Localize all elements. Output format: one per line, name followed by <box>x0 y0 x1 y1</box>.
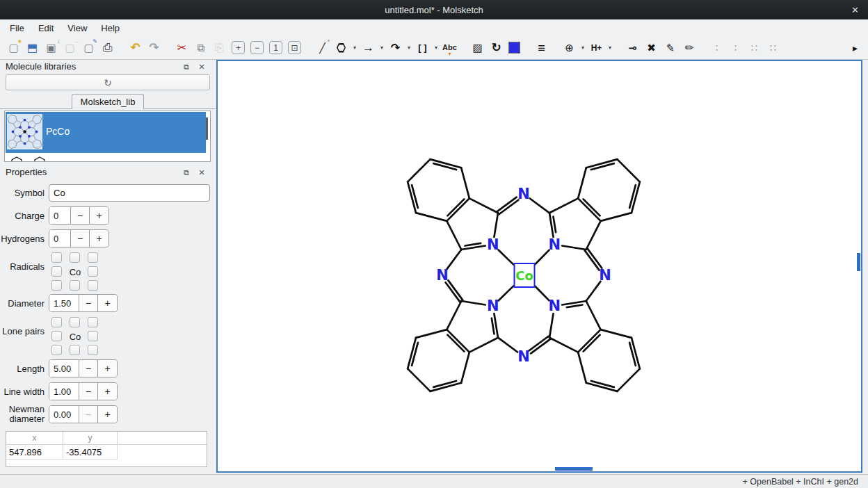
properties-close-icon[interactable]: ✕ <box>196 168 207 178</box>
library-close-icon[interactable]: ✕ <box>196 62 207 72</box>
line-width-minus-button[interactable]: − <box>79 383 97 400</box>
line-width-value[interactable] <box>49 383 79 400</box>
diameter-minus-button[interactable]: − <box>79 295 97 311</box>
radical-checkbox[interactable] <box>70 252 80 263</box>
lone-pair-checkbox[interactable] <box>51 317 62 327</box>
bracket-tool[interactable]: [ ] <box>414 39 431 56</box>
zoom-in-button[interactable]: + <box>232 41 245 54</box>
diameter-plus-button[interactable]: + <box>97 295 117 311</box>
charge-plus-button[interactable]: + <box>89 207 108 224</box>
new-file-button[interactable]: ▢ ★ <box>5 39 22 56</box>
cut-button[interactable]: ✂ <box>173 39 191 56</box>
properties-float-icon[interactable]: ⧉ <box>181 168 192 178</box>
lone-pair-checkbox[interactable] <box>51 331 62 341</box>
line-width-button[interactable]: ≡ <box>533 39 550 56</box>
charge-dropdown[interactable]: ▾ <box>579 39 587 56</box>
newman-diameter-minus-button[interactable]: − <box>79 406 97 423</box>
lone-pair-checkbox[interactable] <box>51 345 62 355</box>
rotate-tool[interactable]: ↻ <box>488 39 505 56</box>
lone-pair-checkbox[interactable] <box>88 331 98 341</box>
charge-value[interactable] <box>49 207 70 224</box>
save-button[interactable]: ▣ ↓ <box>42 39 60 56</box>
menu-edit[interactable]: Edit <box>31 21 61 35</box>
library-scrollbar-thumb[interactable] <box>206 117 208 140</box>
draw-tool[interactable]: ╱ ° <box>314 39 331 56</box>
menu-view[interactable]: View <box>61 21 94 35</box>
toolbar-overflow-button[interactable]: ▸ <box>846 39 864 56</box>
symbol-field[interactable] <box>49 184 210 202</box>
diameter-value[interactable] <box>49 295 79 311</box>
group-tool-1[interactable]: ∶ <box>708 39 725 56</box>
tool-icon: ▣ <box>46 42 56 53</box>
delete-tool[interactable]: ✖ <box>643 39 660 56</box>
radical-checkbox[interactable] <box>51 252 62 263</box>
radical-checkbox[interactable] <box>88 280 98 291</box>
length-plus-button[interactable]: + <box>97 360 117 377</box>
properties-panel-title: Properties <box>6 167 47 177</box>
lone-pair-checkbox[interactable] <box>88 317 98 327</box>
radical-checkbox[interactable] <box>88 266 98 277</box>
copy-button[interactable]: ⧉ <box>192 39 209 56</box>
length-value[interactable] <box>49 360 79 377</box>
library-refresh-button[interactable]: ↻ <box>6 74 210 90</box>
newman-diameter-value[interactable] <box>49 406 79 423</box>
tab-molsketch-lib[interactable]: Molsketch_lib <box>72 94 144 109</box>
hydrogens-value[interactable] <box>49 230 70 247</box>
mechanism-tool-2[interactable]: ✐ <box>677 35 701 60</box>
zoom-out-button[interactable]: − <box>250 41 264 54</box>
curved-arrow-dropdown[interactable]: ▾ <box>405 39 413 56</box>
curved-arrow-tool[interactable]: ↷ <box>387 39 404 56</box>
library-item-pcco[interactable]: PcCo <box>6 112 206 153</box>
import-button[interactable]: ▢ → <box>61 39 79 56</box>
redo-button[interactable]: ↷ <box>145 39 163 56</box>
library-float-icon[interactable]: ⧉ <box>181 62 192 72</box>
ring-tool-dropdown[interactable]: ▾ <box>351 39 359 56</box>
newman-diameter-plus-button[interactable]: + <box>97 406 117 423</box>
radical-checkbox[interactable] <box>51 280 62 291</box>
coordinate-x-cell[interactable]: 547.896 <box>6 445 63 459</box>
hydrogens-minus-button[interactable]: − <box>70 230 89 247</box>
radical-checkbox[interactable] <box>88 252 98 263</box>
paste-button[interactable]: ⎘ <box>211 39 228 56</box>
lone-pair-checkbox[interactable] <box>88 345 98 355</box>
reaction-arrow-tool[interactable]: → <box>360 39 377 56</box>
ring-tool[interactable] <box>332 39 350 56</box>
hydrogens-plus-button[interactable]: + <box>89 230 108 247</box>
radical-checkbox[interactable] <box>51 266 62 277</box>
hydrogen-dropdown[interactable]: ▾ <box>606 39 614 56</box>
print-button[interactable]: ⎙ <box>99 39 116 56</box>
color-swatch-button[interactable] <box>508 42 520 54</box>
group-tool-3[interactable]: ∷ <box>746 39 763 56</box>
library-item-next-partial[interactable] <box>6 153 206 162</box>
zoom-original-button[interactable]: 1 <box>269 41 282 54</box>
length-minus-button[interactable]: − <box>79 360 97 377</box>
hatch-tool[interactable]: ▨ <box>469 39 486 56</box>
menu-help[interactable]: Help <box>94 21 127 35</box>
coordinate-y-cell[interactable]: -35.4075 <box>63 445 118 459</box>
undo-button[interactable]: ↶ <box>127 39 144 56</box>
menu-file[interactable]: File <box>3 21 31 35</box>
text-tool[interactable]: Abc ▾ <box>441 39 458 56</box>
reaction-arrow-dropdown[interactable]: ▾ <box>378 39 386 56</box>
radical-checkbox[interactable] <box>70 280 80 291</box>
window-close-button[interactable]: ✕ <box>847 2 862 17</box>
lone-pair-checkbox[interactable] <box>70 317 80 327</box>
n-atom-label: N <box>517 348 530 365</box>
bracket-dropdown[interactable]: ▾ <box>432 39 440 56</box>
titlebar[interactable]: untitled.mol* - Molsketch ✕ <box>0 0 868 19</box>
tool-icon: ⊕ <box>565 42 574 53</box>
charge-tool[interactable]: ⊕ <box>561 39 578 56</box>
export-button[interactable]: ▢ ✎ <box>80 39 97 56</box>
line-width-plus-button[interactable]: + <box>97 383 117 400</box>
drawing-canvas[interactable]: CoNNNNNNNN <box>216 60 862 473</box>
canvas-hscrollbar-thumb[interactable] <box>555 467 593 471</box>
connect-tool[interactable]: ⊸ <box>624 39 641 56</box>
group-tool-2[interactable]: ∶ <box>727 39 744 56</box>
group-tool-4[interactable]: ∷ <box>764 39 782 56</box>
canvas-vscrollbar-thumb[interactable] <box>857 253 860 271</box>
hydrogen-tool[interactable]: H+ <box>588 39 605 56</box>
lone-pair-checkbox[interactable] <box>70 345 80 355</box>
charge-minus-button[interactable]: − <box>70 207 89 224</box>
open-file-button[interactable]: ⬒ <box>24 39 41 56</box>
zoom-fit-button[interactable]: ⊡ <box>288 41 301 54</box>
